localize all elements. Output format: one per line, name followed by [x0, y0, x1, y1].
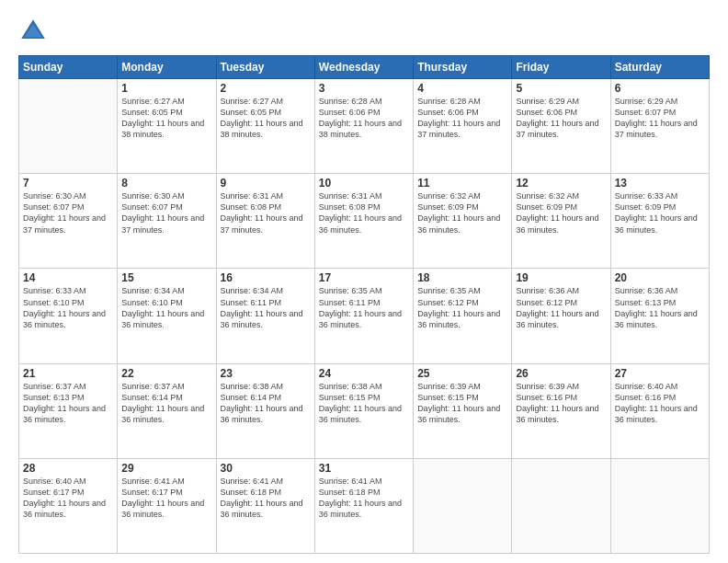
day-number: 23	[221, 367, 311, 380]
day-detail-line: Sunset: 6:08 PM	[221, 202, 282, 212]
day-detail-line: Sunrise: 6:37 AM	[23, 382, 86, 391]
day-detail-line: Daylight: 11 hours and 36 minutes.	[615, 404, 698, 424]
weekday-header: Saturday	[610, 56, 709, 79]
day-detail-line: Daylight: 11 hours and 36 minutes.	[615, 309, 698, 329]
day-detail-line: Sunset: 6:14 PM	[221, 393, 282, 402]
calendar-day-cell: 8Sunrise: 6:30 AMSunset: 6:07 PMDaylight…	[118, 174, 216, 269]
calendar-day-cell: 27Sunrise: 6:40 AMSunset: 6:16 PMDayligh…	[610, 363, 709, 458]
day-detail-line: Daylight: 11 hours and 38 minutes.	[319, 119, 402, 139]
day-detail-line: Daylight: 11 hours and 36 minutes.	[23, 404, 106, 424]
day-detail-line: Daylight: 11 hours and 36 minutes.	[319, 309, 402, 329]
day-number: 31	[319, 462, 409, 475]
calendar-day-cell: 6Sunrise: 6:29 AMSunset: 6:07 PMDaylight…	[610, 79, 709, 174]
day-number: 29	[121, 462, 211, 475]
day-number: 9	[221, 177, 311, 190]
calendar-day-cell	[414, 458, 512, 553]
day-info: Sunrise: 6:29 AMSunset: 6:06 PMDaylight:…	[516, 96, 606, 141]
weekday-header: Monday	[118, 56, 216, 79]
calendar-header-row: SundayMondayTuesdayWednesdayThursdayFrid…	[19, 56, 710, 79]
day-detail-line: Daylight: 11 hours and 36 minutes.	[121, 404, 204, 424]
day-detail-line: Sunrise: 6:39 AM	[516, 382, 579, 391]
day-number: 18	[417, 271, 507, 284]
calendar-day-cell: 20Sunrise: 6:36 AMSunset: 6:13 PMDayligh…	[610, 269, 709, 363]
day-detail-line: Sunset: 6:17 PM	[23, 488, 85, 497]
day-detail-line: Sunset: 6:09 PM	[417, 202, 479, 212]
logo-icon	[18, 17, 48, 46]
calendar-day-cell: 23Sunrise: 6:38 AMSunset: 6:14 PMDayligh…	[216, 363, 314, 458]
day-detail-line: Sunrise: 6:34 AM	[221, 286, 284, 295]
day-number: 7	[23, 177, 113, 190]
day-number: 25	[417, 367, 507, 380]
day-info: Sunrise: 6:40 AMSunset: 6:16 PMDaylight:…	[615, 381, 705, 426]
day-detail-line: Sunset: 6:06 PM	[319, 108, 381, 117]
day-number: 15	[121, 271, 211, 284]
day-detail-line: Daylight: 11 hours and 36 minutes.	[121, 309, 204, 329]
day-info: Sunrise: 6:27 AMSunset: 6:05 PMDaylight:…	[221, 96, 311, 141]
calendar-day-cell: 7Sunrise: 6:30 AMSunset: 6:07 PMDaylight…	[19, 174, 118, 269]
day-detail-line: Daylight: 11 hours and 36 minutes.	[221, 404, 303, 424]
day-detail-line: Sunset: 6:09 PM	[615, 202, 677, 212]
calendar-day-cell: 21Sunrise: 6:37 AMSunset: 6:13 PMDayligh…	[19, 363, 118, 458]
calendar-day-cell: 17Sunrise: 6:35 AMSunset: 6:11 PMDayligh…	[314, 269, 413, 363]
day-info: Sunrise: 6:28 AMSunset: 6:06 PMDaylight:…	[417, 96, 507, 141]
day-number: 24	[319, 367, 409, 380]
day-detail-line: Sunset: 6:16 PM	[516, 393, 577, 402]
day-info: Sunrise: 6:34 AMSunset: 6:11 PMDaylight:…	[221, 285, 311, 330]
day-info: Sunrise: 6:35 AMSunset: 6:12 PMDaylight:…	[417, 285, 507, 330]
day-detail-line: Sunset: 6:11 PM	[319, 298, 381, 307]
calendar-day-cell: 26Sunrise: 6:39 AMSunset: 6:16 PMDayligh…	[512, 363, 610, 458]
day-number: 4	[417, 82, 507, 95]
day-detail-line: Sunrise: 6:40 AM	[23, 477, 86, 486]
calendar-page: SundayMondayTuesdayWednesdayThursdayFrid…	[0, 0, 728, 563]
day-detail-line: Sunset: 6:07 PM	[121, 202, 183, 212]
day-detail-line: Sunrise: 6:35 AM	[417, 286, 481, 295]
day-detail-line: Sunrise: 6:38 AM	[319, 382, 382, 391]
day-detail-line: Sunset: 6:05 PM	[121, 108, 183, 117]
day-detail-line: Sunrise: 6:36 AM	[615, 286, 678, 295]
day-detail-line: Daylight: 11 hours and 37 minutes.	[516, 119, 598, 139]
day-detail-line: Daylight: 11 hours and 37 minutes.	[417, 119, 500, 139]
calendar-day-cell: 18Sunrise: 6:35 AMSunset: 6:12 PMDayligh…	[414, 269, 512, 363]
calendar-day-cell: 30Sunrise: 6:41 AMSunset: 6:18 PMDayligh…	[216, 458, 314, 553]
day-detail-line: Sunrise: 6:37 AM	[121, 382, 185, 391]
day-detail-line: Sunset: 6:09 PM	[516, 202, 577, 212]
day-detail-line: Daylight: 11 hours and 36 minutes.	[417, 213, 500, 234]
day-detail-line: Sunrise: 6:38 AM	[221, 382, 284, 391]
day-detail-line: Sunset: 6:16 PM	[615, 393, 677, 402]
day-info: Sunrise: 6:36 AMSunset: 6:12 PMDaylight:…	[516, 285, 606, 330]
day-detail-line: Sunset: 6:12 PM	[516, 298, 577, 307]
day-detail-line: Sunset: 6:11 PM	[221, 298, 282, 307]
day-info: Sunrise: 6:31 AMSunset: 6:08 PMDaylight:…	[319, 190, 409, 236]
day-detail-line: Daylight: 11 hours and 36 minutes.	[319, 404, 402, 424]
calendar-day-cell: 10Sunrise: 6:31 AMSunset: 6:08 PMDayligh…	[314, 174, 413, 269]
day-detail-line: Daylight: 11 hours and 36 minutes.	[23, 309, 106, 329]
day-detail-line: Sunrise: 6:28 AM	[417, 97, 481, 106]
day-info: Sunrise: 6:41 AMSunset: 6:17 PMDaylight:…	[121, 476, 211, 521]
day-number: 6	[615, 82, 705, 95]
day-detail-line: Sunrise: 6:28 AM	[319, 97, 382, 106]
day-detail-line: Sunrise: 6:29 AM	[516, 97, 579, 106]
day-detail-line: Sunrise: 6:30 AM	[121, 191, 185, 201]
weekday-header: Wednesday	[314, 56, 413, 79]
day-detail-line: Daylight: 11 hours and 36 minutes.	[615, 213, 698, 234]
day-number: 12	[516, 177, 606, 190]
day-detail-line: Sunrise: 6:29 AM	[615, 97, 678, 106]
calendar-day-cell: 1Sunrise: 6:27 AMSunset: 6:05 PMDaylight…	[118, 79, 216, 174]
day-detail-line: Daylight: 11 hours and 37 minutes.	[121, 213, 204, 234]
day-detail-line: Daylight: 11 hours and 36 minutes.	[23, 499, 106, 519]
weekday-header: Sunday	[19, 56, 118, 79]
day-info: Sunrise: 6:41 AMSunset: 6:18 PMDaylight:…	[319, 476, 409, 521]
calendar-day-cell: 2Sunrise: 6:27 AMSunset: 6:05 PMDaylight…	[216, 79, 314, 174]
day-detail-line: Sunrise: 6:40 AM	[615, 382, 678, 391]
calendar-day-cell: 3Sunrise: 6:28 AMSunset: 6:06 PMDaylight…	[314, 79, 413, 174]
day-detail-line: Daylight: 11 hours and 36 minutes.	[417, 309, 500, 329]
day-detail-line: Sunset: 6:07 PM	[615, 108, 677, 117]
day-info: Sunrise: 6:27 AMSunset: 6:05 PMDaylight:…	[121, 96, 211, 141]
day-number: 1	[121, 82, 211, 95]
day-detail-line: Sunset: 6:10 PM	[23, 298, 85, 307]
calendar-day-cell: 24Sunrise: 6:38 AMSunset: 6:15 PMDayligh…	[314, 363, 413, 458]
day-number: 3	[319, 82, 409, 95]
day-detail-line: Sunset: 6:18 PM	[319, 488, 381, 497]
calendar-day-cell: 28Sunrise: 6:40 AMSunset: 6:17 PMDayligh…	[19, 458, 118, 553]
calendar-day-cell: 12Sunrise: 6:32 AMSunset: 6:09 PMDayligh…	[512, 174, 610, 269]
